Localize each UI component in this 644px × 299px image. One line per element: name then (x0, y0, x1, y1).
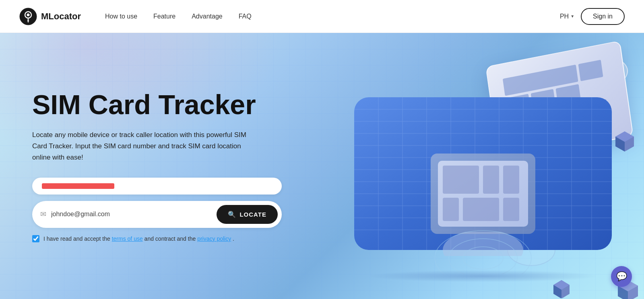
logo-text: MLocator (41, 11, 81, 22)
phone-redacted-value (42, 183, 114, 189)
header-right: PH ▼ Sign in (560, 8, 625, 25)
chevron-down-icon: ▼ (570, 14, 574, 18)
cube-deco-bottom-left (551, 278, 572, 298)
svg-rect-30 (443, 198, 459, 221)
logo-icon (19, 8, 37, 25)
locate-wrapper: ✉ 🔍 LOCATE (32, 201, 282, 228)
search-icon: 🔍 (228, 211, 236, 218)
svg-point-2 (27, 13, 30, 16)
language-selector[interactable]: PH ▼ (560, 13, 574, 20)
privacy-policy-link[interactable]: privacy policy (197, 236, 231, 242)
hero-title: SIM Card Tracker (32, 90, 270, 120)
email-icon: ✉ (40, 210, 46, 219)
nav-item-faq[interactable]: FAQ (239, 13, 252, 20)
chat-bubble[interactable]: 💬 (611, 266, 632, 287)
email-input[interactable] (51, 211, 212, 218)
phone-device (338, 65, 628, 274)
header: MLocator How to use Feature Advantage FA… (0, 0, 644, 33)
svg-rect-27 (443, 166, 479, 194)
svg-rect-29 (503, 166, 519, 194)
hero-subtitle: Locate any mobile device or track caller… (32, 129, 258, 163)
cube-deco-top-right (614, 129, 636, 152)
terms-text: I have read and accept the terms of use … (43, 236, 234, 242)
terms-of-use-link[interactable]: terms of use (112, 236, 143, 242)
terms-checkbox[interactable] (32, 235, 39, 242)
hero-content: SIM Card Tracker Locate any mobile devic… (0, 33, 302, 299)
nav-item-how-to-use[interactable]: How to use (105, 13, 137, 20)
terms-row: I have read and accept the terms of use … (32, 235, 270, 242)
nav-item-feature[interactable]: Feature (153, 13, 175, 20)
svg-rect-28 (483, 166, 499, 194)
phone-svg (338, 65, 628, 274)
locate-button[interactable]: 🔍 LOCATE (217, 205, 278, 224)
phone-input-wrapper (32, 178, 282, 195)
svg-rect-32 (503, 198, 519, 221)
main-nav: How to use Feature Advantage FAQ (105, 13, 560, 20)
nav-item-advantage[interactable]: Advantage (192, 13, 223, 20)
locate-btn-label: LOCATE (239, 211, 266, 218)
hero-section: SIM Card Tracker Locate any mobile devic… (0, 33, 644, 299)
logo-area[interactable]: MLocator (19, 8, 81, 25)
sign-in-button[interactable]: Sign in (581, 8, 625, 25)
svg-rect-31 (463, 198, 499, 221)
chat-icon: 💬 (616, 271, 627, 282)
lang-code: PH (560, 13, 569, 20)
hero-illustration: (+63) 02 xxxx-xx88 (270, 41, 644, 299)
